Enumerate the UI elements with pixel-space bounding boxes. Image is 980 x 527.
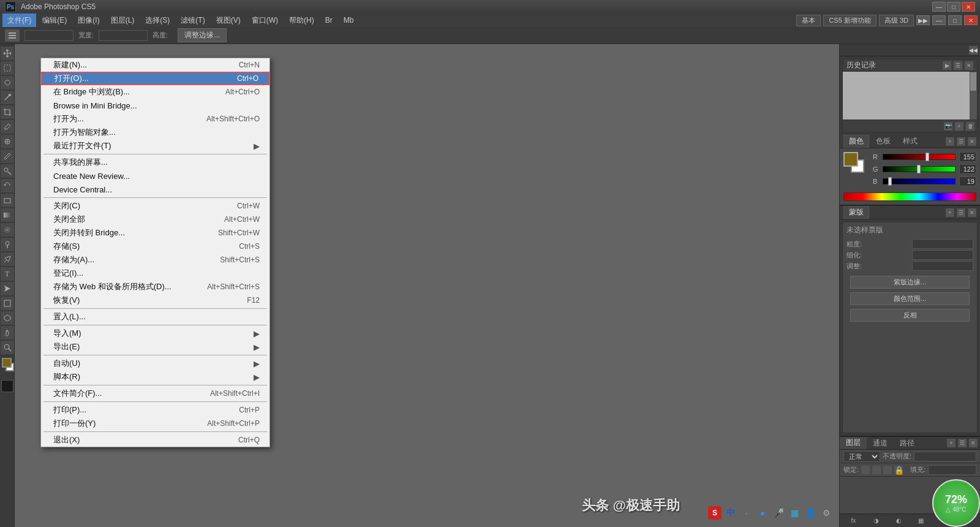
- eraser-tool[interactable]: [1, 194, 14, 207]
- menu-window[interactable]: 窗口(W): [247, 13, 283, 27]
- menu-image[interactable]: 图像(I): [73, 13, 104, 27]
- menu-save-for-web[interactable]: 存储为 Web 和设备所用格式(D)... Alt+Shift+Ctrl+S: [41, 280, 270, 294]
- adjust-edge-btn[interactable]: 调整边缘...: [178, 28, 227, 42]
- menu-exit[interactable]: 退出(X) Ctrl+Q: [41, 433, 270, 447]
- close-button[interactable]: ✕: [962, 2, 975, 12]
- width-field[interactable]: [24, 30, 74, 41]
- brush-tool[interactable]: [1, 150, 14, 163]
- dodge-tool[interactable]: [1, 238, 14, 251]
- tab-style[interactable]: 样式: [897, 135, 923, 148]
- taskbar-dot-icon[interactable]: ·: [740, 506, 753, 520]
- height-field[interactable]: [99, 30, 148, 41]
- color-panel-close-icon[interactable]: ✕: [968, 137, 976, 146]
- detail-value[interactable]: [912, 250, 973, 260]
- swatch-menu-icon[interactable]: ☰: [957, 208, 965, 217]
- menu-recent-files[interactable]: 最近打开文件(T) ▶: [41, 139, 270, 153]
- menu-browse-bridge[interactable]: 在 Bridge 中浏览(B)... Alt+Ctrl+O: [41, 85, 270, 99]
- taskbar-blue-circle[interactable]: ●: [756, 506, 769, 520]
- lock-transparent-icon[interactable]: [861, 466, 870, 474]
- move-tool[interactable]: [1, 47, 14, 60]
- history-menu-icon[interactable]: ☰: [954, 61, 962, 70]
- maximize-button[interactable]: □: [947, 2, 960, 12]
- menu-open[interactable]: 打开(O)... Ctrl+O: [41, 72, 270, 85]
- minimize-button[interactable]: —: [932, 2, 946, 12]
- fill-input[interactable]: [928, 465, 976, 475]
- menu-new[interactable]: 新建(N)... Ctrl+N: [41, 58, 270, 72]
- menu-open-as[interactable]: 打开为... Alt+Shift+Ctrl+O: [41, 112, 270, 126]
- workspace-3d-btn[interactable]: 高级 3D: [879, 15, 914, 26]
- magic-wand-tool[interactable]: [1, 91, 14, 104]
- roughness-value[interactable]: [912, 239, 973, 249]
- clock-widget[interactable]: 72% △ 48°C: [932, 479, 980, 527]
- panel-min-btn[interactable]: —: [932, 15, 946, 25]
- menu-layer[interactable]: 图层(L): [106, 13, 140, 27]
- lock-all-icon[interactable]: 🔒: [894, 466, 903, 474]
- menu-revert[interactable]: 恢复(V) F12: [41, 294, 270, 307]
- r-value-input[interactable]: [959, 152, 976, 162]
- zoom-tool[interactable]: [1, 341, 14, 354]
- history-close-icon[interactable]: ✕: [965, 61, 973, 70]
- menu-file[interactable]: 文件(F): [2, 13, 36, 27]
- history-brush-tool[interactable]: [1, 179, 14, 192]
- tab-channels[interactable]: 通道: [867, 437, 894, 449]
- workspace-basic-btn[interactable]: 基本: [796, 15, 821, 26]
- swatch-close-icon[interactable]: ✕: [968, 208, 976, 217]
- fg-color-swatch[interactable]: [843, 152, 858, 167]
- menu-file-info[interactable]: 文件简介(F)... Alt+Shift+Ctrl+I: [41, 387, 270, 400]
- menu-save[interactable]: 存储(S) Ctrl+S: [41, 240, 270, 253]
- color-panel-expand-icon[interactable]: +: [946, 137, 954, 146]
- panel-arrow-btn[interactable]: ▶▶: [916, 15, 930, 25]
- menu-place[interactable]: 置入(L)...: [41, 310, 270, 324]
- menu-device-central[interactable]: Device Central...: [41, 183, 270, 196]
- healing-tool[interactable]: [1, 135, 14, 148]
- tab-swatch-2[interactable]: 蒙版: [843, 206, 869, 219]
- r-slider-track[interactable]: [883, 154, 956, 160]
- crop-tool[interactable]: [1, 105, 14, 119]
- lasso-tool[interactable]: [1, 76, 14, 89]
- workspace-cs5-btn[interactable]: CS5 新增功能: [823, 15, 876, 26]
- color-range-btn[interactable]: 颜色范围...: [850, 292, 970, 305]
- invert-btn[interactable]: 反相: [850, 309, 970, 322]
- menu-close[interactable]: 关闭(C) Ctrl+W: [41, 199, 270, 213]
- b-value-input[interactable]: [959, 176, 976, 186]
- menu-browse-mini-bridge[interactable]: Browse in Mini Bridge...: [41, 99, 270, 112]
- pen-tool[interactable]: [1, 252, 14, 266]
- history-scrollbar[interactable]: [970, 72, 977, 119]
- menu-export[interactable]: 导出(E) ▶: [41, 340, 270, 354]
- layer-mask-icon[interactable]: ◑: [871, 516, 881, 526]
- g-slider-thumb[interactable]: [917, 165, 921, 173]
- tab-paths[interactable]: 路径: [894, 437, 921, 449]
- taskbar-cn-icon[interactable]: 中: [724, 506, 737, 520]
- eyedropper-tool[interactable]: [1, 120, 14, 134]
- b-slider-track[interactable]: [883, 178, 956, 184]
- lock-position-icon[interactable]: [883, 466, 892, 474]
- menu-save-as[interactable]: 存储为(A)... Shift+Ctrl+S: [41, 253, 270, 267]
- menu-share-screen[interactable]: 共享我的屏幕...: [41, 156, 270, 169]
- path-selection-tool[interactable]: [1, 282, 14, 295]
- clone-stamp-tool[interactable]: [1, 164, 14, 178]
- b-slider-thumb[interactable]: [888, 177, 892, 186]
- history-expand-icon[interactable]: ▶: [943, 61, 951, 70]
- layer-adjustment-icon[interactable]: ◐: [894, 516, 903, 526]
- taskbar-person-icon[interactable]: 👤: [804, 506, 817, 520]
- color-spectrum-bar[interactable]: [843, 192, 976, 201]
- swatch-expand-icon[interactable]: +: [946, 208, 954, 217]
- layer-group-icon[interactable]: ▦: [916, 516, 926, 526]
- menu-view[interactable]: 视图(V): [211, 13, 246, 27]
- fancy-edge-btn[interactable]: 紫版边缘...: [850, 276, 970, 289]
- menu-open-smart-object[interactable]: 打开为智能对象...: [41, 126, 270, 139]
- opacity-input[interactable]: [914, 452, 976, 461]
- panel-max-btn[interactable]: □: [948, 15, 962, 25]
- g-slider-track[interactable]: [883, 166, 956, 172]
- layers-panel-icon2[interactable]: ☰: [958, 439, 967, 447]
- menu-edit[interactable]: 编辑(E): [37, 13, 72, 27]
- menu-import[interactable]: 导入(M) ▶: [41, 327, 270, 340]
- layer-fx-icon[interactable]: fx: [848, 516, 858, 526]
- menu-scripts[interactable]: 脚本(R) ▶: [41, 370, 270, 384]
- sharpness-value[interactable]: [912, 261, 973, 271]
- tab-swatch[interactable]: 色板: [870, 135, 896, 148]
- taskbar-more-icon[interactable]: ⚙: [820, 506, 833, 520]
- selection-tool[interactable]: [1, 61, 14, 75]
- tab-layers[interactable]: 图层: [840, 437, 867, 449]
- panel-close-btn[interactable]: ✕: [964, 15, 978, 25]
